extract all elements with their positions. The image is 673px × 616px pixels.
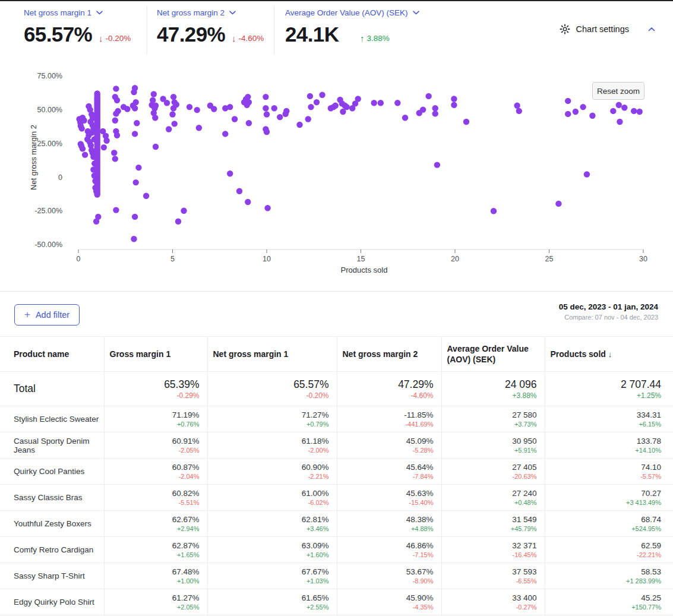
metric-delta: +1.00% bbox=[105, 578, 200, 585]
kpi-metric-selector[interactable]: Net gross margin 1 bbox=[24, 8, 103, 17]
metric-delta: +3.46% bbox=[208, 526, 329, 532]
metric-value: 60.91% bbox=[105, 437, 200, 446]
scatter-point bbox=[133, 179, 139, 185]
metric-value: 63.09% bbox=[208, 541, 329, 551]
y-tick-label: 50.00% bbox=[37, 106, 62, 114]
metric-cell: 62.59-22.21% bbox=[545, 537, 673, 563]
scatter-point bbox=[131, 89, 137, 95]
scatter-point bbox=[187, 104, 192, 110]
metric-delta: +3 413.49% bbox=[546, 500, 662, 506]
chevron-down-icon bbox=[229, 11, 236, 15]
kpi-metric-selector[interactable]: Net gross margin 2 bbox=[157, 8, 236, 17]
column-header-gross-margin-1[interactable]: Gross margin 1 bbox=[104, 337, 207, 372]
kpi-metric-selector[interactable]: Average Order Value (AOV) (SEK) bbox=[285, 8, 419, 17]
column-header-average-order-value-aov-sek[interactable]: Average Order Value (AOV) (SEK) bbox=[441, 337, 545, 372]
arrow-down-icon: ↓ bbox=[232, 34, 236, 43]
metric-cell: 61.18%-2.00% bbox=[207, 432, 337, 459]
metric-cell: 58.53+1 283.99% bbox=[545, 563, 673, 589]
scatter-chart[interactable]: 75.00%50.00%25.00%0-25.00%-50.00%0510152… bbox=[0, 59, 673, 292]
scatter-point bbox=[196, 125, 202, 131]
y-tick-label: 0 bbox=[58, 173, 62, 182]
metric-value: 68.74 bbox=[546, 515, 662, 525]
scatter-point bbox=[565, 111, 571, 117]
scatter-point bbox=[135, 165, 141, 170]
scatter-point bbox=[617, 119, 623, 125]
metric-value: 27 405 bbox=[443, 463, 537, 472]
scatter-point bbox=[244, 102, 250, 108]
metric-cell: 60.82%-5.51% bbox=[104, 485, 207, 511]
metric-delta: +3.88% bbox=[443, 392, 537, 399]
scatter-point bbox=[236, 188, 242, 194]
metric-value: 32 371 bbox=[443, 541, 537, 551]
metric-cell: 60.91%-2.05% bbox=[104, 432, 207, 459]
metric-cell: 46.86%-7.15% bbox=[337, 537, 441, 563]
scatter-point bbox=[264, 111, 270, 117]
kpi-card: Net gross margin 247.29%↓-4.60% bbox=[157, 8, 264, 45]
table-row: Edgy Quirky Polo Shirt61.27%+2.05%61.65%… bbox=[0, 589, 673, 615]
arrow-up-icon: ↑ bbox=[360, 34, 365, 43]
metric-cell: 27 240+0.48% bbox=[441, 485, 545, 511]
metric-value: 46.86% bbox=[338, 541, 434, 551]
scatter-point bbox=[151, 91, 157, 97]
scatter-point bbox=[194, 107, 200, 113]
metric-cell: 71.27%+0.79% bbox=[207, 406, 337, 432]
scatter-point bbox=[573, 109, 579, 115]
x-tick-label: 20 bbox=[451, 255, 459, 263]
table-row: Casual Sporty Denim Jeans60.91%-2.05%61.… bbox=[0, 432, 673, 459]
reset-zoom-button[interactable]: Reset zoom bbox=[592, 82, 644, 100]
metric-cell: 63.09%+1.60% bbox=[207, 537, 337, 563]
column-header-products-sold[interactable]: Products sold↓ bbox=[545, 337, 673, 372]
metric-delta: +5.91% bbox=[443, 447, 537, 454]
metric-value: 62.67% bbox=[105, 515, 200, 525]
metric-delta: -6.55% bbox=[443, 578, 537, 585]
column-header-product-name[interactable]: Product name bbox=[0, 337, 104, 372]
metric-delta: +4.88% bbox=[338, 526, 434, 532]
metric-value: 65.57% bbox=[208, 378, 329, 390]
metric-cell: 45.64%-7.84% bbox=[337, 459, 441, 485]
scatter-point bbox=[81, 118, 87, 124]
scatter-point bbox=[277, 114, 283, 120]
metric-value: 65.39% bbox=[105, 378, 200, 390]
kpi-value: 24.1K bbox=[285, 24, 360, 45]
add-filter-button[interactable]: + Add filter bbox=[14, 304, 80, 326]
scatter-point bbox=[181, 208, 187, 214]
chart-settings-button[interactable]: Chart settings bbox=[560, 24, 655, 34]
date-range-primary: 05 dec, 2023 - 01 jan, 2024 bbox=[559, 302, 658, 311]
scatter-point bbox=[222, 131, 228, 137]
metric-cell: 65.57%-0.20% bbox=[207, 372, 337, 406]
metric-cell: 334.31+6.15% bbox=[545, 406, 673, 432]
metric-value: 60.82% bbox=[105, 489, 200, 498]
metric-cell: 61.27%+2.05% bbox=[104, 589, 207, 615]
metric-delta: +1.25% bbox=[546, 392, 662, 399]
kpi-card: Net gross margin 165.57%↓-0.20% bbox=[24, 8, 131, 45]
metric-value: -11.85% bbox=[338, 410, 434, 420]
metric-cell: 2 707.44+1.25% bbox=[545, 372, 673, 406]
column-header-net-gross-margin-2[interactable]: Net gross margin 2 bbox=[337, 337, 441, 372]
scatter-point bbox=[79, 125, 85, 131]
metric-delta: -16.45% bbox=[443, 552, 537, 558]
scatter-point bbox=[91, 136, 97, 142]
scatter-point bbox=[114, 97, 120, 103]
add-filter-label: Add filter bbox=[36, 310, 69, 320]
column-header-net-gross-margin-1[interactable]: Net gross margin 1 bbox=[207, 337, 337, 372]
metric-value: 61.27% bbox=[105, 593, 200, 603]
metric-delta: -15.40% bbox=[338, 500, 434, 506]
kpi-value: 65.57% bbox=[24, 24, 99, 45]
metric-cell: 32 371-16.45% bbox=[441, 537, 545, 563]
scatter-point bbox=[296, 122, 302, 128]
scatter-point bbox=[152, 115, 158, 121]
scatter-point bbox=[451, 96, 457, 102]
metric-cell: 60.90%-2.21% bbox=[207, 459, 337, 485]
scatter-point bbox=[232, 116, 238, 122]
metric-cell: 74.10-5.57% bbox=[545, 459, 673, 485]
x-axis-title: Products sold bbox=[341, 266, 388, 274]
product-name-cell: Sassy Classic Bras bbox=[0, 485, 104, 511]
scatter-point bbox=[227, 170, 233, 176]
metric-delta: +1 283.99% bbox=[546, 578, 662, 585]
section-divider bbox=[0, 291, 673, 292]
scatter-point bbox=[420, 106, 426, 112]
scatter-point bbox=[227, 104, 233, 110]
metric-value: 33 400 bbox=[443, 593, 537, 603]
column-header-label: Net gross margin 1 bbox=[213, 349, 289, 359]
product-name-cell: Sassy Sharp T-Shirt bbox=[0, 563, 104, 589]
